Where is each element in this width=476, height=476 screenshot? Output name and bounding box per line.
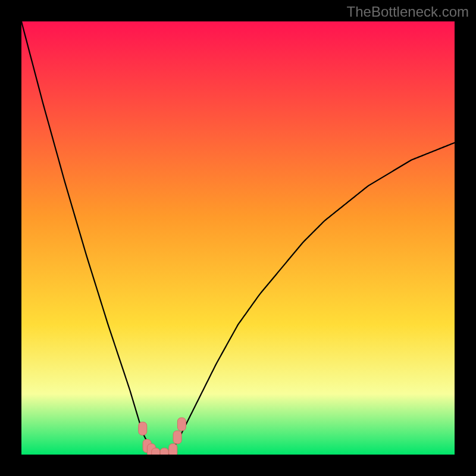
curve-marker <box>139 422 147 435</box>
curve-marker <box>169 444 177 455</box>
chart-container: { "watermark": "TheBottleneck.com", "col… <box>0 0 476 476</box>
watermark-text: TheBottleneck.com <box>347 4 469 20</box>
bottleneck-curve-plot <box>21 21 455 455</box>
plot-area <box>21 21 455 455</box>
curve-marker <box>152 448 160 455</box>
curve-marker <box>160 448 168 455</box>
curve-marker <box>173 431 181 444</box>
gradient-background <box>21 21 455 455</box>
curve-marker <box>177 418 186 431</box>
